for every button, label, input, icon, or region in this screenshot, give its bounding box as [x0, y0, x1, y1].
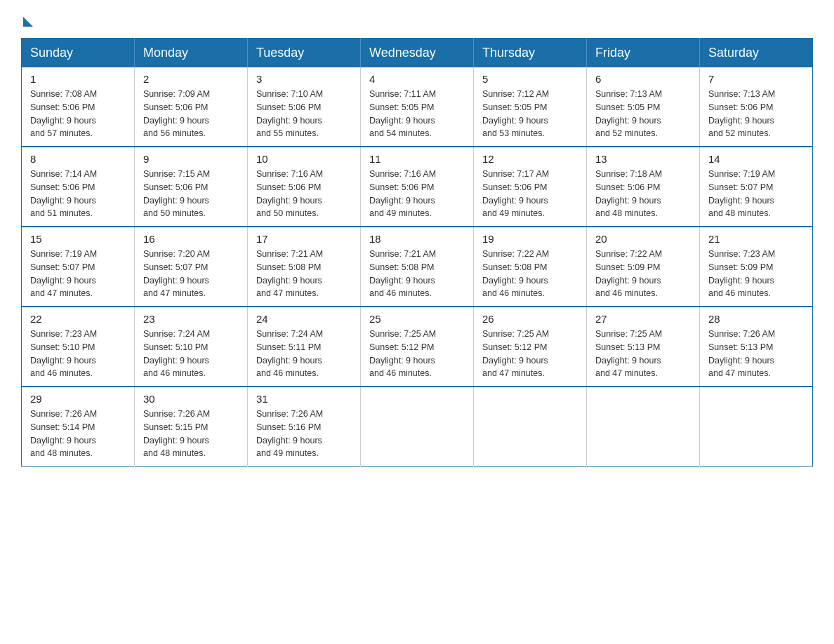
day-number: 29 [30, 393, 126, 405]
calendar-cell: 18 Sunrise: 7:21 AM Sunset: 5:08 PM Dayl… [361, 227, 474, 307]
weekday-header-monday: Monday [135, 39, 248, 68]
calendar-cell: 22 Sunrise: 7:23 AM Sunset: 5:10 PM Dayl… [22, 307, 135, 387]
calendar-cell: 15 Sunrise: 7:19 AM Sunset: 5:07 PM Dayl… [22, 227, 135, 307]
day-info: Sunrise: 7:10 AM Sunset: 5:06 PM Dayligh… [256, 88, 352, 140]
calendar-cell: 16 Sunrise: 7:20 AM Sunset: 5:07 PM Dayl… [135, 227, 248, 307]
day-info: Sunrise: 7:14 AM Sunset: 5:06 PM Dayligh… [30, 168, 126, 220]
calendar-cell: 20 Sunrise: 7:22 AM Sunset: 5:09 PM Dayl… [587, 227, 700, 307]
calendar-cell: 4 Sunrise: 7:11 AM Sunset: 5:05 PM Dayli… [361, 67, 474, 147]
day-info: Sunrise: 7:16 AM Sunset: 5:06 PM Dayligh… [256, 168, 352, 220]
calendar-week-row-4: 22 Sunrise: 7:23 AM Sunset: 5:10 PM Dayl… [22, 307, 813, 387]
day-info: Sunrise: 7:23 AM Sunset: 5:09 PM Dayligh… [708, 248, 804, 300]
day-info: Sunrise: 7:22 AM Sunset: 5:08 PM Dayligh… [482, 248, 578, 300]
logo-arrow-icon [23, 17, 33, 27]
day-number: 2 [143, 73, 239, 85]
day-number: 18 [369, 233, 465, 245]
calendar-cell: 30 Sunrise: 7:26 AM Sunset: 5:15 PM Dayl… [135, 387, 248, 467]
day-number: 30 [143, 393, 239, 405]
day-info: Sunrise: 7:08 AM Sunset: 5:06 PM Dayligh… [30, 88, 126, 140]
weekday-header-row: SundayMondayTuesdayWednesdayThursdayFrid… [22, 39, 813, 68]
calendar-cell: 21 Sunrise: 7:23 AM Sunset: 5:09 PM Dayl… [700, 227, 813, 307]
calendar-cell [361, 387, 474, 467]
day-number: 8 [30, 153, 126, 165]
day-info: Sunrise: 7:18 AM Sunset: 5:06 PM Dayligh… [595, 168, 691, 220]
day-number: 31 [256, 393, 352, 405]
day-number: 23 [143, 313, 239, 325]
day-info: Sunrise: 7:19 AM Sunset: 5:07 PM Dayligh… [30, 248, 126, 300]
day-info: Sunrise: 7:17 AM Sunset: 5:06 PM Dayligh… [482, 168, 578, 220]
calendar-cell: 24 Sunrise: 7:24 AM Sunset: 5:11 PM Dayl… [248, 307, 361, 387]
day-number: 25 [369, 313, 465, 325]
day-info: Sunrise: 7:22 AM Sunset: 5:09 PM Dayligh… [595, 248, 691, 300]
calendar-cell: 7 Sunrise: 7:13 AM Sunset: 5:06 PM Dayli… [700, 67, 813, 147]
day-number: 4 [369, 73, 465, 85]
day-info: Sunrise: 7:12 AM Sunset: 5:05 PM Dayligh… [482, 88, 578, 140]
day-number: 9 [143, 153, 239, 165]
weekday-header-thursday: Thursday [474, 39, 587, 68]
calendar-week-row-2: 8 Sunrise: 7:14 AM Sunset: 5:06 PM Dayli… [22, 147, 813, 227]
day-info: Sunrise: 7:16 AM Sunset: 5:06 PM Dayligh… [369, 168, 465, 220]
calendar-week-row-1: 1 Sunrise: 7:08 AM Sunset: 5:06 PM Dayli… [22, 67, 813, 147]
weekday-header-saturday: Saturday [700, 39, 813, 68]
day-number: 12 [482, 153, 578, 165]
day-number: 17 [256, 233, 352, 245]
calendar-week-row-3: 15 Sunrise: 7:19 AM Sunset: 5:07 PM Dayl… [22, 227, 813, 307]
day-info: Sunrise: 7:19 AM Sunset: 5:07 PM Dayligh… [708, 168, 804, 220]
day-info: Sunrise: 7:24 AM Sunset: 5:11 PM Dayligh… [256, 328, 352, 380]
calendar-cell: 19 Sunrise: 7:22 AM Sunset: 5:08 PM Dayl… [474, 227, 587, 307]
day-number: 20 [595, 233, 691, 245]
day-info: Sunrise: 7:25 AM Sunset: 5:12 PM Dayligh… [482, 328, 578, 380]
day-info: Sunrise: 7:26 AM Sunset: 5:15 PM Dayligh… [143, 408, 239, 460]
calendar-cell: 17 Sunrise: 7:21 AM Sunset: 5:08 PM Dayl… [248, 227, 361, 307]
calendar-cell: 29 Sunrise: 7:26 AM Sunset: 5:14 PM Dayl… [22, 387, 135, 467]
day-number: 19 [482, 233, 578, 245]
day-info: Sunrise: 7:20 AM Sunset: 5:07 PM Dayligh… [143, 248, 239, 300]
day-number: 11 [369, 153, 465, 165]
calendar-cell: 13 Sunrise: 7:18 AM Sunset: 5:06 PM Dayl… [587, 147, 700, 227]
day-number: 24 [256, 313, 352, 325]
calendar-cell: 11 Sunrise: 7:16 AM Sunset: 5:06 PM Dayl… [361, 147, 474, 227]
day-info: Sunrise: 7:25 AM Sunset: 5:13 PM Dayligh… [595, 328, 691, 380]
calendar-cell: 26 Sunrise: 7:25 AM Sunset: 5:12 PM Dayl… [474, 307, 587, 387]
day-info: Sunrise: 7:09 AM Sunset: 5:06 PM Dayligh… [143, 88, 239, 140]
day-info: Sunrise: 7:26 AM Sunset: 5:13 PM Dayligh… [708, 328, 804, 380]
day-number: 21 [708, 233, 804, 245]
day-number: 6 [595, 73, 691, 85]
day-number: 16 [143, 233, 239, 245]
calendar-cell: 25 Sunrise: 7:25 AM Sunset: 5:12 PM Dayl… [361, 307, 474, 387]
day-number: 22 [30, 313, 126, 325]
calendar-cell: 8 Sunrise: 7:14 AM Sunset: 5:06 PM Dayli… [22, 147, 135, 227]
calendar-cell: 2 Sunrise: 7:09 AM Sunset: 5:06 PM Dayli… [135, 67, 248, 147]
calendar-cell: 6 Sunrise: 7:13 AM Sunset: 5:05 PM Dayli… [587, 67, 700, 147]
calendar-cell: 28 Sunrise: 7:26 AM Sunset: 5:13 PM Dayl… [700, 307, 813, 387]
calendar-cell: 23 Sunrise: 7:24 AM Sunset: 5:10 PM Dayl… [135, 307, 248, 387]
day-info: Sunrise: 7:21 AM Sunset: 5:08 PM Dayligh… [256, 248, 352, 300]
weekday-header-tuesday: Tuesday [248, 39, 361, 68]
page-header [21, 14, 813, 24]
day-number: 10 [256, 153, 352, 165]
day-info: Sunrise: 7:13 AM Sunset: 5:06 PM Dayligh… [708, 88, 804, 140]
day-info: Sunrise: 7:11 AM Sunset: 5:05 PM Dayligh… [369, 88, 465, 140]
day-info: Sunrise: 7:21 AM Sunset: 5:08 PM Dayligh… [369, 248, 465, 300]
day-number: 1 [30, 73, 126, 85]
logo [21, 14, 33, 24]
calendar-cell: 1 Sunrise: 7:08 AM Sunset: 5:06 PM Dayli… [22, 67, 135, 147]
day-number: 13 [595, 153, 691, 165]
calendar-cell: 10 Sunrise: 7:16 AM Sunset: 5:06 PM Dayl… [248, 147, 361, 227]
calendar-cell: 5 Sunrise: 7:12 AM Sunset: 5:05 PM Dayli… [474, 67, 587, 147]
day-number: 3 [256, 73, 352, 85]
day-number: 28 [708, 313, 804, 325]
calendar-week-row-5: 29 Sunrise: 7:26 AM Sunset: 5:14 PM Dayl… [22, 387, 813, 467]
calendar-cell [474, 387, 587, 467]
calendar-cell [700, 387, 813, 467]
day-info: Sunrise: 7:23 AM Sunset: 5:10 PM Dayligh… [30, 328, 126, 380]
day-info: Sunrise: 7:25 AM Sunset: 5:12 PM Dayligh… [369, 328, 465, 380]
calendar-table: SundayMondayTuesdayWednesdayThursdayFrid… [21, 38, 813, 467]
day-number: 26 [482, 313, 578, 325]
calendar-cell [587, 387, 700, 467]
day-number: 14 [708, 153, 804, 165]
day-number: 5 [482, 73, 578, 85]
day-number: 15 [30, 233, 126, 245]
day-info: Sunrise: 7:24 AM Sunset: 5:10 PM Dayligh… [143, 328, 239, 380]
calendar-cell: 9 Sunrise: 7:15 AM Sunset: 5:06 PM Dayli… [135, 147, 248, 227]
